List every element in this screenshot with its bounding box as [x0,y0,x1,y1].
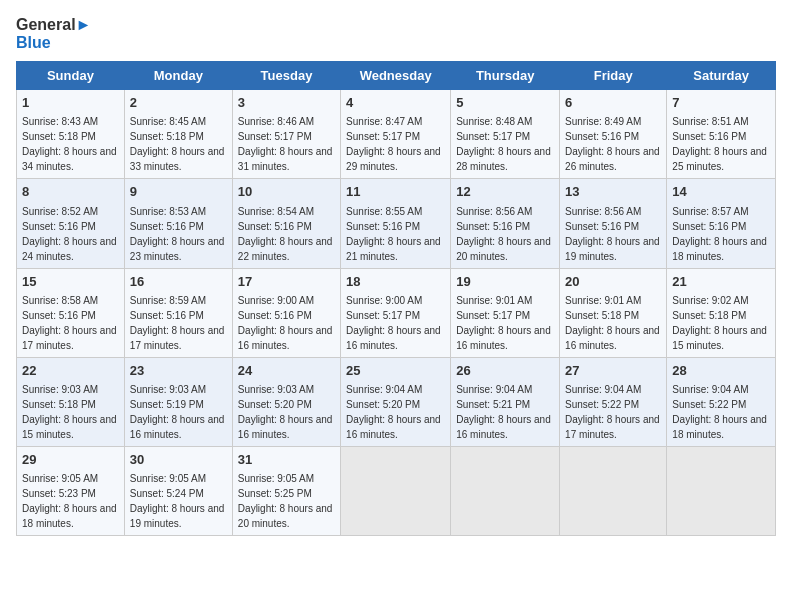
calendar-cell: 8Sunrise: 8:52 AMSunset: 5:16 PMDaylight… [17,179,125,268]
calendar-cell [560,446,667,535]
page-header: General► Blue [16,16,776,51]
day-info: Sunrise: 9:03 AMSunset: 5:18 PMDaylight:… [22,384,117,440]
calendar-cell: 7Sunrise: 8:51 AMSunset: 5:16 PMDaylight… [667,90,776,179]
day-number: 6 [565,94,661,112]
weekday-header-thursday: Thursday [451,62,560,90]
calendar-week-4: 22Sunrise: 9:03 AMSunset: 5:18 PMDayligh… [17,357,776,446]
day-number: 10 [238,183,335,201]
day-info: Sunrise: 8:51 AMSunset: 5:16 PMDaylight:… [672,116,767,172]
day-info: Sunrise: 9:01 AMSunset: 5:18 PMDaylight:… [565,295,660,351]
day-info: Sunrise: 8:56 AMSunset: 5:16 PMDaylight:… [565,206,660,262]
day-number: 3 [238,94,335,112]
day-number: 28 [672,362,770,380]
day-number: 9 [130,183,227,201]
weekday-header-friday: Friday [560,62,667,90]
calendar-cell [451,446,560,535]
calendar-cell: 10Sunrise: 8:54 AMSunset: 5:16 PMDayligh… [232,179,340,268]
calendar-cell: 22Sunrise: 9:03 AMSunset: 5:18 PMDayligh… [17,357,125,446]
day-info: Sunrise: 9:00 AMSunset: 5:17 PMDaylight:… [346,295,441,351]
day-info: Sunrise: 8:49 AMSunset: 5:16 PMDaylight:… [565,116,660,172]
calendar-table: SundayMondayTuesdayWednesdayThursdayFrid… [16,61,776,536]
calendar-week-1: 1Sunrise: 8:43 AMSunset: 5:18 PMDaylight… [17,90,776,179]
calendar-cell: 24Sunrise: 9:03 AMSunset: 5:20 PMDayligh… [232,357,340,446]
weekday-header-monday: Monday [124,62,232,90]
day-number: 19 [456,273,554,291]
day-info: Sunrise: 9:05 AMSunset: 5:24 PMDaylight:… [130,473,225,529]
day-number: 15 [22,273,119,291]
day-number: 1 [22,94,119,112]
day-info: Sunrise: 8:45 AMSunset: 5:18 PMDaylight:… [130,116,225,172]
day-info: Sunrise: 9:04 AMSunset: 5:22 PMDaylight:… [672,384,767,440]
calendar-cell: 6Sunrise: 8:49 AMSunset: 5:16 PMDaylight… [560,90,667,179]
calendar-cell: 31Sunrise: 9:05 AMSunset: 5:25 PMDayligh… [232,446,340,535]
day-info: Sunrise: 9:02 AMSunset: 5:18 PMDaylight:… [672,295,767,351]
calendar-cell: 25Sunrise: 9:04 AMSunset: 5:20 PMDayligh… [341,357,451,446]
day-number: 5 [456,94,554,112]
day-number: 21 [672,273,770,291]
calendar-cell: 2Sunrise: 8:45 AMSunset: 5:18 PMDaylight… [124,90,232,179]
weekday-header-sunday: Sunday [17,62,125,90]
day-info: Sunrise: 9:04 AMSunset: 5:21 PMDaylight:… [456,384,551,440]
day-number: 24 [238,362,335,380]
day-info: Sunrise: 8:54 AMSunset: 5:16 PMDaylight:… [238,206,333,262]
calendar-cell: 27Sunrise: 9:04 AMSunset: 5:22 PMDayligh… [560,357,667,446]
logo: General► Blue [16,16,91,51]
day-number: 17 [238,273,335,291]
day-info: Sunrise: 9:04 AMSunset: 5:22 PMDaylight:… [565,384,660,440]
day-info: Sunrise: 8:47 AMSunset: 5:17 PMDaylight:… [346,116,441,172]
calendar-cell: 28Sunrise: 9:04 AMSunset: 5:22 PMDayligh… [667,357,776,446]
calendar-cell: 11Sunrise: 8:55 AMSunset: 5:16 PMDayligh… [341,179,451,268]
day-info: Sunrise: 8:43 AMSunset: 5:18 PMDaylight:… [22,116,117,172]
calendar-cell: 29Sunrise: 9:05 AMSunset: 5:23 PMDayligh… [17,446,125,535]
day-number: 13 [565,183,661,201]
day-number: 23 [130,362,227,380]
calendar-week-2: 8Sunrise: 8:52 AMSunset: 5:16 PMDaylight… [17,179,776,268]
day-info: Sunrise: 8:58 AMSunset: 5:16 PMDaylight:… [22,295,117,351]
calendar-cell: 17Sunrise: 9:00 AMSunset: 5:16 PMDayligh… [232,268,340,357]
day-info: Sunrise: 8:52 AMSunset: 5:16 PMDaylight:… [22,206,117,262]
calendar-cell: 16Sunrise: 8:59 AMSunset: 5:16 PMDayligh… [124,268,232,357]
calendar-cell: 19Sunrise: 9:01 AMSunset: 5:17 PMDayligh… [451,268,560,357]
calendar-cell: 3Sunrise: 8:46 AMSunset: 5:17 PMDaylight… [232,90,340,179]
day-info: Sunrise: 9:04 AMSunset: 5:20 PMDaylight:… [346,384,441,440]
calendar-cell [667,446,776,535]
logo-container: General► Blue [16,16,91,51]
calendar-cell: 26Sunrise: 9:04 AMSunset: 5:21 PMDayligh… [451,357,560,446]
day-number: 8 [22,183,119,201]
day-info: Sunrise: 8:53 AMSunset: 5:16 PMDaylight:… [130,206,225,262]
calendar-cell: 1Sunrise: 8:43 AMSunset: 5:18 PMDaylight… [17,90,125,179]
weekday-header-saturday: Saturday [667,62,776,90]
day-number: 4 [346,94,445,112]
day-number: 11 [346,183,445,201]
day-info: Sunrise: 9:05 AMSunset: 5:23 PMDaylight:… [22,473,117,529]
calendar-cell: 15Sunrise: 8:58 AMSunset: 5:16 PMDayligh… [17,268,125,357]
day-number: 7 [672,94,770,112]
calendar-cell: 5Sunrise: 8:48 AMSunset: 5:17 PMDaylight… [451,90,560,179]
calendar-cell: 20Sunrise: 9:01 AMSunset: 5:18 PMDayligh… [560,268,667,357]
day-number: 22 [22,362,119,380]
calendar-cell: 4Sunrise: 8:47 AMSunset: 5:17 PMDaylight… [341,90,451,179]
calendar-cell: 13Sunrise: 8:56 AMSunset: 5:16 PMDayligh… [560,179,667,268]
calendar-cell: 14Sunrise: 8:57 AMSunset: 5:16 PMDayligh… [667,179,776,268]
calendar-cell: 21Sunrise: 9:02 AMSunset: 5:18 PMDayligh… [667,268,776,357]
day-info: Sunrise: 8:59 AMSunset: 5:16 PMDaylight:… [130,295,225,351]
day-number: 26 [456,362,554,380]
weekday-header-row: SundayMondayTuesdayWednesdayThursdayFrid… [17,62,776,90]
logo-blue: Blue [16,34,51,52]
day-info: Sunrise: 8:56 AMSunset: 5:16 PMDaylight:… [456,206,551,262]
day-info: Sunrise: 9:01 AMSunset: 5:17 PMDaylight:… [456,295,551,351]
logo-text: General► [16,16,91,34]
calendar-week-3: 15Sunrise: 8:58 AMSunset: 5:16 PMDayligh… [17,268,776,357]
calendar-week-5: 29Sunrise: 9:05 AMSunset: 5:23 PMDayligh… [17,446,776,535]
calendar-cell: 18Sunrise: 9:00 AMSunset: 5:17 PMDayligh… [341,268,451,357]
day-info: Sunrise: 8:48 AMSunset: 5:17 PMDaylight:… [456,116,551,172]
day-number: 12 [456,183,554,201]
day-number: 27 [565,362,661,380]
day-info: Sunrise: 9:00 AMSunset: 5:16 PMDaylight:… [238,295,333,351]
day-number: 18 [346,273,445,291]
weekday-header-tuesday: Tuesday [232,62,340,90]
day-info: Sunrise: 8:57 AMSunset: 5:16 PMDaylight:… [672,206,767,262]
weekday-header-wednesday: Wednesday [341,62,451,90]
day-number: 31 [238,451,335,469]
day-number: 29 [22,451,119,469]
